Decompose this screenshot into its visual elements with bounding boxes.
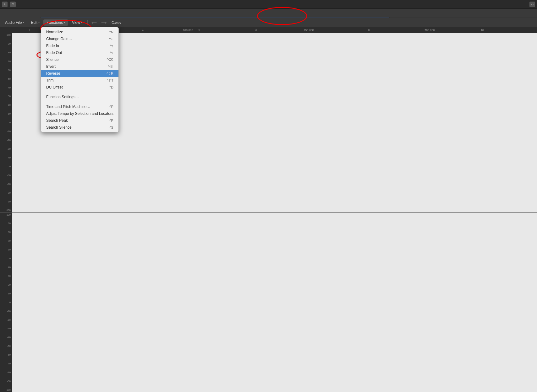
window-button[interactable]: ▭ xyxy=(529,2,535,7)
y-axis-label: 0 xyxy=(0,121,12,124)
y-axis-label: 10 xyxy=(0,113,12,115)
time-tick: 4 xyxy=(142,29,144,32)
y-axis-label: -40 xyxy=(0,336,12,339)
toolbar: Audio File ▾ Edit ▾ Functions ▾ View ▾ ⟵… xyxy=(0,18,537,27)
y-axis-label: -60 xyxy=(0,174,12,177)
y-axis-label: 0 xyxy=(0,301,12,304)
audio-file-menu[interactable]: Audio File ▾ xyxy=(2,19,27,26)
y-axis-label: 30 xyxy=(0,95,12,98)
edit-menu[interactable]: Edit ▾ xyxy=(28,19,43,26)
time-tick: 2 xyxy=(29,29,30,32)
dropdown-separator xyxy=(41,102,118,102)
y-axis-label: 40 xyxy=(0,87,12,89)
y-axis-label: 100 xyxy=(0,34,12,36)
y-axis-label: 100 xyxy=(0,214,12,216)
functions-dropdown: Normalize^NChange Gain…^GFade In^↑Fade O… xyxy=(41,27,119,132)
dropdown-item-trim[interactable]: Trim^⇧T xyxy=(41,77,118,84)
dropdown-item-search-silence[interactable]: Search Silence^S xyxy=(41,124,118,131)
waveform-channel2 xyxy=(12,213,537,392)
y-axis-label: 90 xyxy=(0,43,12,45)
y-axis-label: -10 xyxy=(0,310,12,313)
y-axis-label: 50 xyxy=(0,257,12,260)
y-axis-label: -30 xyxy=(0,148,12,150)
view-arrow: ▾ xyxy=(81,21,82,24)
time-tick: 6 xyxy=(255,29,257,32)
loop-button[interactable]: ⊙ xyxy=(10,2,16,7)
dropdown-item-fade-out[interactable]: Fade Out^↓ xyxy=(41,49,118,56)
functions-arrow: ▾ xyxy=(64,21,65,24)
dropdown-item-search-peak[interactable]: Search Peak^P xyxy=(41,117,118,124)
y-axis-label: 80 xyxy=(0,231,12,234)
y-axis-label: 80 xyxy=(0,51,12,54)
dropdown-item-silence[interactable]: Silence^⌫ xyxy=(41,56,118,63)
forward-icon[interactable]: ⟶ xyxy=(99,19,108,26)
dropdown-item-dc-offset[interactable]: DC Offset^D xyxy=(41,84,118,91)
time-tick: 5 xyxy=(199,29,200,32)
y-axis-label: -90 xyxy=(0,201,12,203)
y-axis-label: -80 xyxy=(0,371,12,374)
y-axis-label: -10 xyxy=(0,130,12,133)
dropdown-item-fade-in[interactable]: Fade In^↑ xyxy=(41,42,118,49)
dropdown-item-adjust-tempo-by-selection-and-locators[interactable]: Adjust Tempo by Selection and Locators xyxy=(41,110,118,117)
time-tick: 150 000 xyxy=(304,29,314,32)
y-axis-label: -100 xyxy=(0,389,12,391)
y-axis-label: 20 xyxy=(0,104,12,106)
dropdown-item-time-and-pitch-machine-[interactable]: Time and Pitch Machine…^P xyxy=(41,103,118,110)
y-axis-label: -20 xyxy=(0,319,12,321)
dropdown-item-function-settings-[interactable]: Function Settings… xyxy=(41,94,118,100)
y-axis-label: -60 xyxy=(0,354,12,356)
y-axis-label: -50 xyxy=(0,165,12,168)
channel-2: 1009080706050403020100-10-20-30-40-50-60… xyxy=(0,213,537,392)
audio-file-arrow: ▾ xyxy=(23,21,24,24)
time-tick: 100 000 xyxy=(183,29,193,32)
y-axis-label: 90 xyxy=(0,222,12,225)
dropdown-item-invert[interactable]: Invert^⇧I xyxy=(41,63,118,70)
y-axis-label: -30 xyxy=(0,327,12,330)
y-axis-label: 20 xyxy=(0,284,12,286)
toolbar-separator xyxy=(87,20,88,25)
y-axis-label: -80 xyxy=(0,192,12,194)
y-axis-label: 30 xyxy=(0,275,12,277)
time-tick: 8 xyxy=(368,29,370,32)
dropdown-item-normalize[interactable]: Normalize^N xyxy=(41,29,118,35)
y-axis-channel1: 1009080706050403020100-10-20-30-40-50-60… xyxy=(0,33,12,212)
y-axis-label: -50 xyxy=(0,345,12,347)
top-bar: + ⊙ ▭ xyxy=(0,0,537,9)
y-axis-label: 10 xyxy=(0,293,12,295)
y-axis-label: -70 xyxy=(0,183,12,185)
dropdown-item-reverse[interactable]: Reverse^⇧R xyxy=(41,70,118,77)
y-axis-label: 50 xyxy=(0,78,12,80)
time-tick: 200 000 xyxy=(425,29,435,32)
dropdown-item-change-gain-[interactable]: Change Gain…^G xyxy=(41,35,118,42)
file-name: C.wav xyxy=(109,20,124,25)
y-axis-label: 70 xyxy=(0,240,12,242)
y-axis-label: 60 xyxy=(0,249,12,251)
y-axis-label: -90 xyxy=(0,380,12,383)
dropdown-separator xyxy=(41,92,118,92)
back-icon[interactable]: ⟵ xyxy=(90,19,99,26)
y-axis-label: -70 xyxy=(0,362,12,365)
y-axis-label: 60 xyxy=(0,69,12,72)
view-menu[interactable]: View ▾ xyxy=(69,19,85,26)
functions-menu[interactable]: Functions ▾ xyxy=(43,19,68,26)
add-button[interactable]: + xyxy=(2,2,8,7)
y-axis-label: 70 xyxy=(0,60,12,63)
time-tick: 10 xyxy=(481,29,484,32)
y-axis-label: -20 xyxy=(0,139,12,142)
edit-arrow: ▾ xyxy=(38,21,40,24)
y-axis-label: 40 xyxy=(0,266,12,269)
y-axis-channel2: 1009080706050403020100-10-20-30-40-50-60… xyxy=(0,213,12,392)
y-axis-label: -100 xyxy=(0,209,12,212)
y-axis-label: -40 xyxy=(0,157,12,159)
